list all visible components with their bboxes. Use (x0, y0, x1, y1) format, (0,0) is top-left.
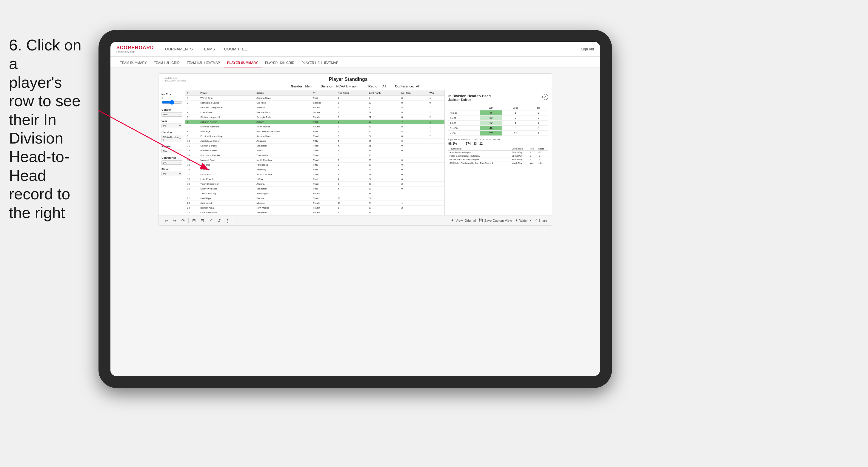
gender-filter-display: Gender: Men (291, 85, 312, 88)
table-row[interactable]: 7Nicholas GabrieleNorth FloridaFourth127… (185, 124, 444, 129)
watch-button[interactable]: 👁 Watch ▾ (515, 218, 532, 222)
division-filter-display: Division: NCAA Division I (320, 85, 360, 88)
table-row[interactable]: 11Gordon SargentVanderbiltThird4210 (185, 144, 444, 148)
left-filters-sidebar: No Rds. 6 Gender Men ▾ (158, 90, 185, 215)
view-original-button[interactable]: 👁 View: Original (451, 218, 476, 222)
table-row[interactable]: 4Luke ClatonFlorida StateSecond12782 (185, 110, 444, 115)
header-right: Sign out (581, 47, 594, 51)
table-row[interactable]: 15Jake HallTennesseeFifth3270 (185, 163, 444, 167)
zoom-in-button[interactable]: ⊞ (191, 218, 197, 223)
panel-title: Player Standings (186, 77, 510, 82)
player-filter: Player (All) ▾ (161, 168, 182, 176)
nav-tournaments[interactable]: TOURNAMENTS (163, 46, 193, 53)
app-header: SCOREBOARD Powered by clippi TOURNAMENTS… (111, 42, 600, 57)
panel-body: No Rds. 6 Gender Men ▾ (158, 90, 552, 215)
h2h-col-label (448, 106, 480, 111)
conference-filter-display: Conference: All (395, 85, 420, 88)
sub-nav-team-summary[interactable]: TEAM SUMMARY (116, 59, 150, 67)
table-row[interactable]: 10Jacob Max OlesonArkansasFifth4250 (185, 139, 444, 144)
bottom-toolbar: ↩ ↪ ↷ ⊞ ⊟ ✓ ↺ ◷ 👁 View: Original (158, 215, 552, 225)
h2h-panel: In Division Head-to-Head Jackson Koivun … (444, 90, 552, 215)
no-rds-slider[interactable] (161, 100, 182, 104)
conference-filter: Conference (All) ▾ (161, 156, 182, 165)
year-select[interactable]: (All) ▾ (161, 124, 182, 128)
zoom-out-button[interactable]: ⊟ (199, 218, 205, 223)
standings-table: # Player School Yr Reg Rank Conf Rank No… (185, 90, 444, 215)
col-win: Win (428, 90, 444, 96)
table-row[interactable]: 14Maxwell FordNorth CarolinaThird3230 (185, 158, 444, 163)
h2h-col-tie: Tie (529, 106, 549, 111)
no-rds-filter: No Rds. 6 (161, 93, 182, 105)
h2h-close-button[interactable]: ✕ (542, 94, 548, 100)
watch-icon: 👁 (515, 219, 518, 222)
refresh-button[interactable]: ↺ (216, 218, 222, 223)
table-row[interactable]: 19Tiger ChristensenArizonaThird8232 (185, 182, 444, 187)
table-row[interactable]: 21Taehoon SongWashingtonFourth6331 (185, 191, 444, 196)
sub-nav-player-h2h-grid[interactable]: PLAYER H2H GRID (261, 59, 298, 67)
col-yr: Yr (311, 90, 336, 96)
table-row[interactable]: 12Brendan ValdesAuburnThird7270 (185, 148, 444, 153)
h2h-title-block: In Division Head-to-Head Jackson Koivun (448, 94, 491, 104)
sub-nav-player-summary[interactable]: PLAYER SUMMARY (223, 59, 261, 67)
table-row[interactable]: 23Jack LundinMissouriFourth11241 (185, 201, 444, 206)
main-content: Update time: 27/03/2024 16:56:26 Player … (111, 67, 600, 376)
region-filter: Region N/a ▾ (161, 145, 182, 153)
tournament-table: Tournament Event Type Pos Score Amer Ari… (448, 147, 548, 165)
sub-nav-team-h2h-heatmap[interactable]: TEAM H2H HEATMAP (183, 59, 223, 67)
conference-select[interactable]: (All) ▾ (161, 160, 182, 165)
save-custom-button[interactable]: 💾 Save Custom View (479, 218, 512, 222)
save-icon: 💾 (479, 218, 483, 222)
tablet-screen: SCOREBOARD Powered by clippi TOURNAMENTS… (111, 42, 600, 376)
table-row[interactable]: 1Wenyi DingArizona StateFirst1181 (185, 96, 444, 100)
opponents-stats: Opponents in division: W-L-T record in-d… (448, 138, 548, 145)
table-row[interactable]: 18Luke PowellUCLAFirst4240 (185, 177, 444, 182)
sub-nav-team-h2h-grid[interactable]: TEAM H2H GRID (150, 59, 183, 67)
col-no-rds: No. Rds. (400, 90, 428, 96)
clock-button[interactable]: ◷ (224, 218, 230, 223)
table-row[interactable]: 24Bastien AmatNew MexicoFourth1272 (185, 206, 444, 210)
table-row[interactable]: 17David FordNorth CarolinaThird2210 (185, 172, 444, 177)
tour-col-pos: Pos (529, 147, 537, 151)
h2h-col-loss: Loss (502, 106, 528, 111)
division-select[interactable]: NCAA Division I ▾ (161, 135, 182, 142)
toolbar-sep-2 (233, 218, 233, 223)
table-row[interactable]: 22Ian GilliganFloridaThird10241 (185, 196, 444, 201)
table-row[interactable]: 3Michael ThorbjornsenStanfordFourth1881 (185, 105, 444, 110)
nav-menu: TOURNAMENTS TEAMS COMMITTEE (163, 46, 581, 53)
h2h-row: 26-502241 (448, 121, 548, 126)
table-row[interactable]: 13Phichakon MaichonTexas A&MThird6301 (185, 153, 444, 158)
redo-button[interactable]: ↪ (172, 218, 178, 223)
table-row[interactable]: 5Christo LamprechtGeorgia TechFourth2218… (185, 115, 444, 120)
col-player: Player (198, 90, 255, 96)
nav-committee[interactable]: COMMITTEE (224, 46, 247, 53)
region-select[interactable]: N/a ▾ (161, 149, 182, 153)
table-row[interactable]: 20Matthew RiedelVanderbiltFifth4280 (185, 187, 444, 191)
sign-out-link[interactable]: Sign out (581, 47, 594, 51)
opp-record: 674 - 33 - 12 (466, 142, 483, 145)
h2h-row: >100578111 (448, 131, 548, 136)
nav-teams[interactable]: TEAMS (202, 46, 215, 53)
tournament-row: Mirabel Maui Jim IntercollegiateStroke P… (448, 158, 548, 161)
undo-button[interactable]: ↩ (163, 218, 169, 223)
h2h-col-win: Win (480, 106, 503, 111)
tour-col-event-type: Event Type (511, 147, 529, 151)
table-row[interactable]: 2Michael La SasseOle MissSecond11980 (185, 100, 444, 105)
table-row[interactable]: 16Alex GoffKentuckyFifth8190 (185, 167, 444, 172)
scoreboard-logo: SCOREBOARD Powered by clippi (116, 45, 154, 53)
share-button[interactable]: ↗ Share (535, 218, 547, 222)
instruction-text: 6. Click on a player's row to see their … (0, 30, 95, 228)
year-filter: Year (All) ▾ (161, 120, 182, 128)
h2h-header: In Division Head-to-Head Jackson Koivun … (448, 94, 548, 104)
table-row[interactable]: 6Jackson KoivunAuburnFirst32871 (185, 120, 444, 124)
gender-select[interactable]: Men ▾ (161, 112, 182, 117)
player-select[interactable]: (All) ▾ (161, 172, 182, 176)
table-row[interactable]: 9Preston SummerhaysArizona StateThird324… (185, 134, 444, 139)
table-area: # Player School Yr Reg Rank Conf Rank No… (185, 90, 444, 215)
division-filter: Division NCAA Division I ▾ (161, 131, 182, 142)
rotate-button[interactable]: ↷ (180, 218, 186, 223)
sub-nav-player-h2h-heatmap[interactable]: PLAYER H2H HEATMAP (298, 59, 342, 67)
toolbar-right: 👁 View: Original 💾 Save Custom View 👁 Wa… (451, 218, 547, 222)
table-row[interactable]: 8Mats EgeEast Tennessee StateFifth12482 (185, 129, 444, 134)
table-row[interactable]: 25Cole SherwoodVanderbiltFourth12231 (185, 210, 444, 215)
check-button[interactable]: ✓ (208, 218, 214, 223)
